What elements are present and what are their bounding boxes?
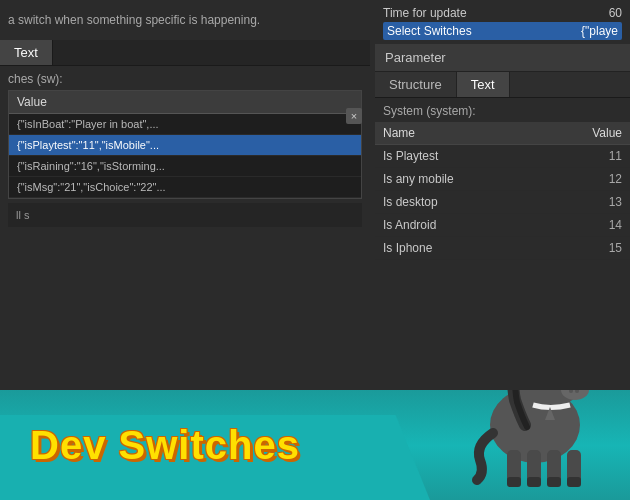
svg-rect-14 — [507, 477, 521, 487]
table-header: Value — [9, 91, 361, 114]
bottom-text: ll s — [8, 203, 362, 227]
row-name: Is any mobile — [383, 172, 526, 186]
switches-label: ches (sw): — [8, 72, 362, 86]
table-row[interactable]: {"isInBoat":"Player in boat",... — [9, 114, 361, 135]
row-name: Is Android — [383, 218, 526, 232]
table-row[interactable]: Is desktop 13 — [375, 191, 630, 214]
value-header-r: Value — [526, 126, 622, 140]
tab-structure[interactable]: Structure — [375, 72, 457, 97]
row-value: {"isMsg":"21","isChoice":"22"... — [17, 181, 353, 193]
right-tab-bar: Structure Text — [375, 72, 630, 98]
row-name: Is Iphone — [383, 241, 526, 255]
row-value: {"isInBoat":"Player in boat",... — [17, 118, 353, 130]
pony-character — [450, 390, 620, 495]
time-label: Time for update — [383, 6, 467, 20]
value-header: Value — [17, 95, 353, 109]
svg-rect-17 — [567, 477, 581, 487]
table-row[interactable]: {"isPlaytest":"11","isMobile"... — [9, 135, 361, 156]
parameter-title: Parameter — [375, 44, 630, 72]
right-table-body: Is Playtest 11 Is any mobile 12 Is deskt… — [375, 145, 630, 260]
banner-title: Dev Switches — [30, 423, 300, 468]
row-value: {"isRaining":"16","isStorming... — [17, 160, 353, 172]
right-table-header: Name Value — [375, 122, 630, 145]
table-row[interactable]: Is Playtest 11 — [375, 145, 630, 168]
left-panel-content: ches (sw): Value {"isInBoat":"Player in … — [0, 66, 370, 237]
table-row[interactable]: Is any mobile 12 — [375, 168, 630, 191]
svg-rect-16 — [547, 477, 561, 487]
table-row[interactable]: Is Android 14 — [375, 214, 630, 237]
top-info-rows: Time for update 60 Select Switches {"pla… — [375, 0, 630, 44]
close-button[interactable]: × — [346, 108, 362, 124]
table-row[interactable]: {"isRaining":"16","isStorming... — [9, 156, 361, 177]
left-tab-bar: Text — [0, 40, 370, 66]
info-row-time: Time for update 60 — [383, 4, 622, 22]
row-value: 12 — [526, 172, 622, 186]
switches-label-r: Select Switches — [387, 24, 472, 38]
row-value: {"isPlaytest":"11","isMobile"... — [17, 139, 353, 151]
time-value: 60 — [609, 6, 622, 20]
table-row[interactable]: {"isMsg":"21","isChoice":"22"... — [9, 177, 361, 198]
row-value: 13 — [526, 195, 622, 209]
name-header: Name — [383, 126, 526, 140]
description-label: a switch when something specific is happ… — [8, 13, 260, 27]
svg-rect-15 — [527, 477, 541, 487]
row-name: Is desktop — [383, 195, 526, 209]
info-row-switches[interactable]: Select Switches {"playe — [383, 22, 622, 40]
system-label: System (system): — [375, 98, 630, 122]
row-value: 11 — [526, 149, 622, 163]
description-text: a switch when something specific is happ… — [0, 0, 370, 40]
switches-value: {"playe — [581, 24, 618, 38]
pony-svg — [450, 390, 620, 495]
row-value: 14 — [526, 218, 622, 232]
switches-table: Value {"isInBoat":"Player in boat",... {… — [8, 90, 362, 199]
tab-text[interactable]: Text — [457, 72, 510, 97]
row-value: 15 — [526, 241, 622, 255]
left-tab-text[interactable]: Text — [0, 40, 53, 65]
row-name: Is Playtest — [383, 149, 526, 163]
bottom-banner: Dev Switches — [0, 390, 630, 500]
table-row[interactable]: Is Iphone 15 — [375, 237, 630, 260]
